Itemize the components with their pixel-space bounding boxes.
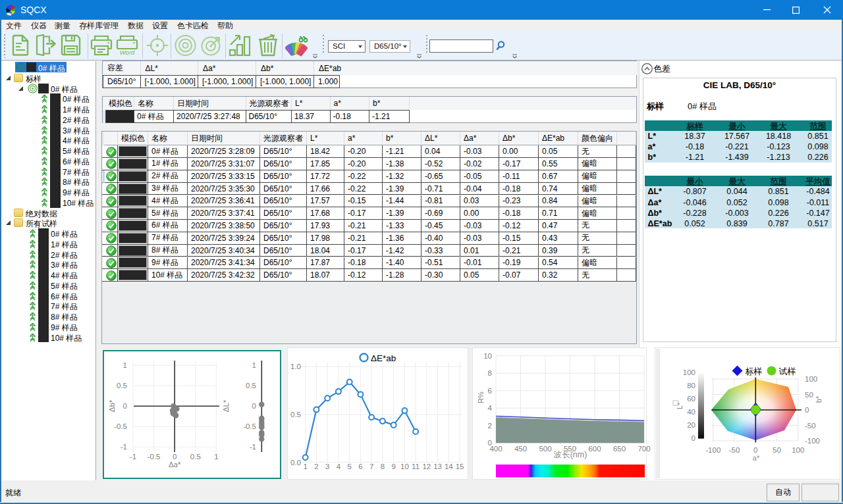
svg-text:波长(nm): 波长(nm) <box>553 450 587 459</box>
svg-text:0.5: 0.5 <box>190 453 201 461</box>
svg-text:0.5: 0.5 <box>290 411 301 418</box>
svg-text:11: 11 <box>412 463 420 470</box>
svg-text:6: 6 <box>358 463 362 470</box>
svg-text:14: 14 <box>445 463 453 470</box>
svg-text:-1: -1 <box>250 443 256 451</box>
svg-text:8: 8 <box>381 463 385 470</box>
svg-text:a*: a* <box>753 454 760 462</box>
svg-text:试样: 试样 <box>779 366 796 376</box>
svg-text:5: 5 <box>347 463 351 470</box>
svg-text:80: 80 <box>687 382 695 390</box>
svg-text:-100: -100 <box>705 446 721 454</box>
svg-text:600: 600 <box>588 445 601 453</box>
svg-text:3: 3 <box>325 463 329 470</box>
svg-text:Δa*: Δa* <box>169 461 181 468</box>
svg-text:0: 0 <box>753 446 757 454</box>
svg-text:L*: L* <box>676 402 684 409</box>
svg-text:1: 1 <box>252 361 256 369</box>
svg-text:0.5: 0.5 <box>117 382 127 390</box>
svg-text:0.0: 0.0 <box>290 459 301 466</box>
svg-text:4: 4 <box>337 463 341 470</box>
svg-text:-50: -50 <box>805 422 816 430</box>
svg-text:15: 15 <box>456 463 464 470</box>
svg-text:100: 100 <box>683 368 695 376</box>
svg-text:标样: 标样 <box>746 366 763 376</box>
svg-text:ΔE*ab: ΔE*ab <box>371 353 396 363</box>
svg-text:R%: R% <box>477 391 485 403</box>
svg-text:1: 1 <box>214 453 218 461</box>
svg-text:-1: -1 <box>130 453 136 461</box>
svg-text:400: 400 <box>489 445 502 453</box>
svg-text:50: 50 <box>773 446 781 454</box>
svg-text:10: 10 <box>400 463 409 470</box>
svg-text:-0.5: -0.5 <box>243 422 256 430</box>
svg-text:Δb*: Δb* <box>108 399 116 412</box>
svg-text:0: 0 <box>123 402 127 410</box>
svg-text:650: 650 <box>613 445 626 453</box>
svg-text:8: 8 <box>488 369 492 377</box>
svg-text:1: 1 <box>123 361 127 369</box>
svg-text:1: 1 <box>303 463 307 470</box>
svg-text:1.0: 1.0 <box>290 363 301 370</box>
svg-text:450: 450 <box>514 445 527 453</box>
svg-text:7: 7 <box>369 463 373 470</box>
svg-text:ΔL*: ΔL* <box>222 399 230 412</box>
svg-text:6: 6 <box>488 387 492 395</box>
svg-text:-50: -50 <box>729 446 740 454</box>
svg-text:100: 100 <box>805 375 817 383</box>
svg-text:0: 0 <box>173 453 177 461</box>
svg-text:2: 2 <box>314 463 318 470</box>
svg-text:13: 13 <box>433 463 442 470</box>
svg-text:10: 10 <box>483 352 492 360</box>
svg-text:0.5: 0.5 <box>246 382 256 390</box>
svg-text:-1: -1 <box>121 443 127 451</box>
svg-text:b*: b* <box>815 395 823 403</box>
svg-text:-0.5: -0.5 <box>114 422 127 430</box>
svg-text:2: 2 <box>488 422 492 430</box>
svg-text:-0.5: -0.5 <box>148 453 161 461</box>
svg-text:50: 50 <box>805 391 813 399</box>
svg-text:9: 9 <box>391 463 395 470</box>
svg-text:700: 700 <box>638 445 650 453</box>
svg-text:20: 20 <box>687 421 695 429</box>
svg-text:500: 500 <box>539 445 551 453</box>
svg-text:Word: Word <box>120 49 135 56</box>
svg-text:0: 0 <box>692 434 695 442</box>
svg-text:-100: -100 <box>805 437 820 445</box>
svg-text:0: 0 <box>805 406 809 414</box>
svg-text:12: 12 <box>422 463 431 470</box>
svg-text:40: 40 <box>687 408 695 416</box>
svg-text:0: 0 <box>252 402 256 410</box>
svg-text:60: 60 <box>687 395 695 403</box>
svg-text:4: 4 <box>488 404 493 412</box>
svg-text:100: 100 <box>792 446 804 454</box>
